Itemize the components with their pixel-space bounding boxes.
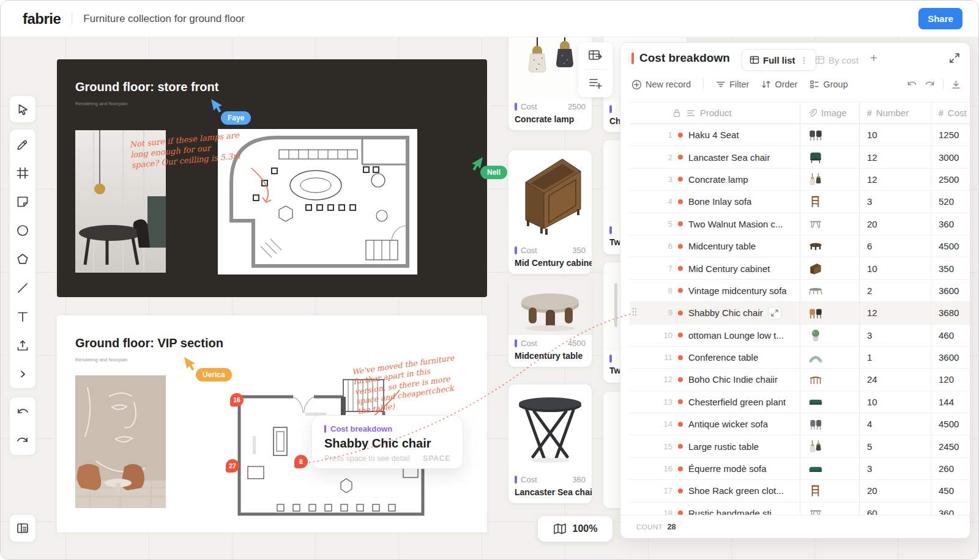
redo-icon[interactable] (9, 426, 36, 455)
column-header-number[interactable]: #Number (860, 102, 931, 124)
cell-number[interactable]: 12 (860, 169, 931, 191)
tab-menu-icon[interactable]: ⋮ (800, 56, 808, 65)
table-row[interactable]: 1Haku 4 Seat101250 (630, 124, 970, 146)
cell-product[interactable]: 12Boho Chic Indie chaiir (630, 369, 800, 391)
product-card[interactable]: Cost350Mid Century cabinet (508, 150, 592, 274)
tab-full-list[interactable]: Full list⋮ (742, 49, 816, 71)
cell-image[interactable] (800, 235, 860, 257)
add-record-list-icon[interactable] (578, 70, 612, 97)
cell-product[interactable]: 4Bone Inlay sofa (630, 191, 800, 213)
cell-cost[interactable]: 460 (931, 325, 970, 347)
upload-tool-icon[interactable] (9, 331, 36, 359)
floorplan-store-front[interactable] (218, 129, 417, 274)
cell-image[interactable] (800, 325, 860, 347)
artboard-store-front[interactable]: Ground floor: store front Rendering and … (57, 59, 487, 297)
cell-cost[interactable]: 3600 (931, 347, 970, 369)
more-tools-chevron-icon[interactable] (9, 359, 36, 388)
cell-cost[interactable]: 2450 (931, 435, 970, 457)
table-row[interactable]: 7Mid Century cabinet10350 (630, 257, 970, 279)
cell-cost[interactable]: 3000 (931, 146, 970, 168)
cell-product[interactable]: 14Antique wicker sofa (630, 413, 800, 435)
cell-image[interactable] (800, 213, 860, 235)
cell-image[interactable] (800, 369, 860, 391)
table-row[interactable]: 10ottoman Lounge low t...3460 (630, 325, 970, 347)
cell-product[interactable]: 9Shabby Chic chair (630, 302, 800, 324)
text-tool-icon[interactable] (9, 302, 36, 331)
download-icon[interactable] (951, 79, 961, 90)
cell-cost[interactable]: 1250 (931, 124, 970, 146)
table-row[interactable]: 6Midcentury table64500 (630, 235, 970, 257)
table-row[interactable]: 13Chesterfield green plant10144 (630, 391, 970, 413)
group-button[interactable]: Group (810, 79, 847, 89)
cell-product[interactable]: 17Shoe Rack green clot... (630, 480, 800, 502)
cell-number[interactable]: 1 (860, 347, 931, 369)
sticky-note-tool-icon[interactable] (9, 187, 36, 216)
cell-product[interactable]: 10ottoman Lounge low t... (630, 325, 800, 347)
cell-number[interactable]: 12 (860, 302, 931, 324)
cell-number[interactable]: 6 (860, 235, 931, 257)
cell-cost[interactable]: 260 (931, 458, 970, 480)
cell-cost[interactable]: 450 (931, 480, 970, 502)
cell-cost[interactable]: 120 (931, 369, 970, 391)
cell-product[interactable]: 8Vintage midcentury sofa (630, 280, 800, 302)
table-row[interactable]: 3Concrate lamp122500 (630, 169, 970, 191)
cell-product[interactable]: 11Conference table (630, 347, 800, 369)
whiteboard-canvas[interactable]: Ground floor: store front Rendering and … (1, 37, 979, 560)
table-row[interactable]: 11Conference table13600 (630, 347, 970, 369)
table-redo-icon[interactable] (925, 79, 936, 90)
drag-handle-icon[interactable] (632, 308, 637, 318)
cell-cost[interactable]: 520 (931, 191, 970, 213)
cell-cost[interactable]: 144 (931, 391, 970, 413)
column-header-image[interactable]: Image (800, 102, 860, 124)
cell-image[interactable] (800, 169, 860, 191)
table-row[interactable]: 12Boho Chic Indie chaiir24120 (630, 369, 970, 391)
cell-cost[interactable]: 360 (931, 213, 970, 235)
cell-number[interactable]: 10 (860, 391, 931, 413)
table-row[interactable]: 17Shoe Rack green clot...20450 (630, 480, 970, 502)
zoom-control[interactable]: 100% (538, 516, 612, 542)
cell-number[interactable]: 10 (860, 257, 931, 279)
table-row[interactable]: 9Shabby Chic chair123680 (630, 302, 970, 324)
cell-image[interactable] (800, 302, 860, 324)
cell-number[interactable]: 10 (860, 124, 931, 146)
cell-number[interactable]: 2 (860, 280, 931, 302)
cell-cost[interactable]: 4500 (931, 235, 970, 257)
cell-number[interactable]: 20 (860, 213, 931, 235)
cell-number[interactable]: 5 (860, 435, 931, 457)
cell-image[interactable] (800, 435, 860, 457)
cell-image[interactable] (800, 480, 860, 502)
cell-product[interactable]: 6Midcentury table (630, 235, 800, 257)
column-header-cost[interactable]: #Cost (931, 102, 970, 124)
cell-image[interactable] (800, 503, 860, 516)
order-button[interactable]: Order (761, 79, 797, 89)
cell-image[interactable] (800, 391, 860, 413)
frame-tool-icon[interactable] (9, 158, 36, 187)
cell-product[interactable]: 1Haku 4 Seat (630, 124, 800, 146)
cell-product[interactable]: 7Mid Century cabinet (630, 257, 800, 279)
cell-number[interactable]: 3 (860, 458, 931, 480)
tab-by-cost[interactable]: By cost (808, 49, 866, 71)
cell-product[interactable]: 5Two Walnut Masion c... (630, 213, 800, 235)
circle-tool-icon[interactable] (9, 216, 36, 245)
insert-table-icon[interactable] (578, 42, 612, 69)
cell-image[interactable] (800, 458, 860, 480)
cell-cost[interactable]: 360 (931, 503, 970, 516)
table-row[interactable]: 18Rustic handmade sti...60360 (630, 503, 970, 516)
column-header-product[interactable]: Product (630, 102, 800, 124)
undo-icon[interactable] (9, 397, 36, 426)
select-tool-icon[interactable] (9, 96, 36, 122)
cell-number[interactable]: 12 (860, 146, 931, 168)
cell-cost[interactable]: 3600 (931, 280, 970, 302)
cell-product[interactable]: 13Chesterfield green plant (630, 391, 800, 413)
cell-image[interactable] (800, 146, 860, 168)
rendering-photo-lounge[interactable] (75, 375, 166, 508)
cell-cost[interactable]: 350 (931, 257, 970, 279)
cell-image[interactable] (800, 191, 860, 213)
cell-product[interactable]: 2Lancaster Sea chair (630, 146, 800, 168)
expand-panel-icon[interactable] (949, 53, 960, 66)
cell-image[interactable] (800, 124, 860, 146)
panel-scrollbar[interactable] (614, 283, 617, 327)
table-row[interactable]: 8Vintage midcentury sofa23600 (630, 280, 970, 302)
cell-image[interactable] (800, 280, 860, 302)
table-row[interactable]: 14Antique wicker sofa44500 (630, 413, 970, 435)
